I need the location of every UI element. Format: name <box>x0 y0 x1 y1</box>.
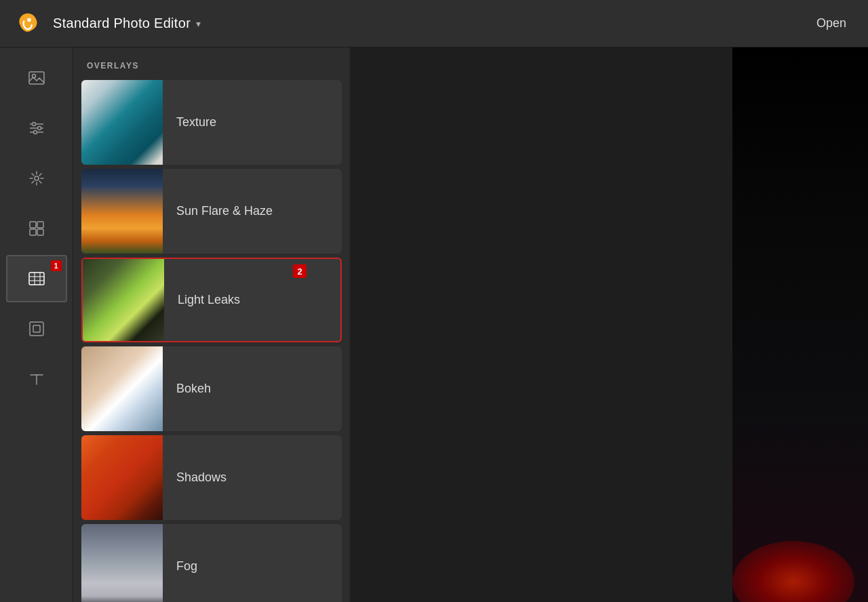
svg-rect-28 <box>33 325 40 332</box>
overlay-item-lightleaks[interactable]: Light Leaks 2 <box>81 258 342 342</box>
svg-point-8 <box>33 131 37 134</box>
overlay-item-shadows[interactable]: Shadows <box>81 435 342 520</box>
app-logo[interactable] <box>14 9 42 38</box>
topbar-left: Standard Photo Editor ▾ <box>14 9 201 38</box>
svg-point-6 <box>32 123 35 126</box>
svg-rect-20 <box>30 229 36 235</box>
svg-rect-21 <box>37 229 43 235</box>
sidebar-item-effects[interactable] <box>6 155 67 202</box>
topbar: Standard Photo Editor ▾ Open <box>0 0 868 47</box>
svg-point-7 <box>37 127 41 130</box>
icon-rail: 1 <box>0 47 73 602</box>
sidebar-item-frames[interactable] <box>6 305 67 353</box>
sidebar-item-overlays-active[interactable]: 1 <box>6 255 67 302</box>
overlay-label-fog: Fog <box>163 559 342 574</box>
overlay-label-bokeh: Bokeh <box>163 382 342 396</box>
overlay-thumbnail-bokeh <box>81 346 163 431</box>
svg-point-0 <box>27 18 31 22</box>
main-content: 1 OVERLAYS <box>0 47 868 602</box>
open-button[interactable]: Open <box>808 12 854 35</box>
sidebar-item-overlays-top[interactable] <box>6 205 67 252</box>
overlay-item-bokeh[interactable]: Bokeh <box>81 346 342 431</box>
app-title-dropdown[interactable]: Standard Photo Editor ▾ <box>53 16 201 31</box>
overlay-label-texture: Texture <box>163 115 342 129</box>
sidebar-item-adjustments[interactable] <box>6 104 67 152</box>
svg-rect-22 <box>29 273 44 285</box>
overlay-thumbnail-lightleaks <box>83 258 164 342</box>
svg-line-15 <box>39 174 41 176</box>
svg-rect-18 <box>30 222 36 228</box>
overlay-label-lightleaks: Light Leaks <box>164 293 340 307</box>
overlay-item-texture[interactable]: Texture <box>81 80 342 165</box>
svg-rect-1 <box>29 72 44 84</box>
overlay-thumbnail-fog <box>81 524 163 602</box>
topbar-right: Open <box>808 12 854 35</box>
app-title: Standard Photo Editor <box>53 16 191 31</box>
overlay-label-sunflare: Sun Flare & Haze <box>163 204 342 218</box>
overlay-item-fog[interactable]: Fog <box>81 524 342 602</box>
svg-rect-27 <box>30 322 43 336</box>
svg-rect-19 <box>37 222 43 228</box>
overlay-label-shadows: Shadows <box>163 470 342 485</box>
svg-line-13 <box>32 174 34 176</box>
sidebar-badge: 1 <box>51 260 62 271</box>
dropdown-chevron-icon: ▾ <box>196 18 201 29</box>
overlay-badge-2: 2 <box>293 264 307 278</box>
sidebar-item-photo[interactable] <box>6 54 67 102</box>
overlay-thumbnail-shadows <box>81 435 163 520</box>
canvas-red-glow <box>732 541 854 602</box>
canvas-area[interactable] <box>350 47 868 602</box>
svg-point-17 <box>35 176 39 180</box>
svg-line-14 <box>39 181 41 183</box>
overlay-thumbnail-texture <box>81 80 163 165</box>
overlay-thumbnail-sunflare <box>81 169 163 254</box>
sidebar-item-text[interactable] <box>6 355 67 403</box>
svg-line-16 <box>32 181 34 183</box>
overlays-panel: OVERLAYS Texture Sun Flare & Haze Light … <box>73 47 350 602</box>
panel-header: OVERLAYS <box>73 47 350 80</box>
canvas-photo <box>732 47 868 602</box>
overlay-item-sunflare[interactable]: Sun Flare & Haze <box>81 169 342 254</box>
